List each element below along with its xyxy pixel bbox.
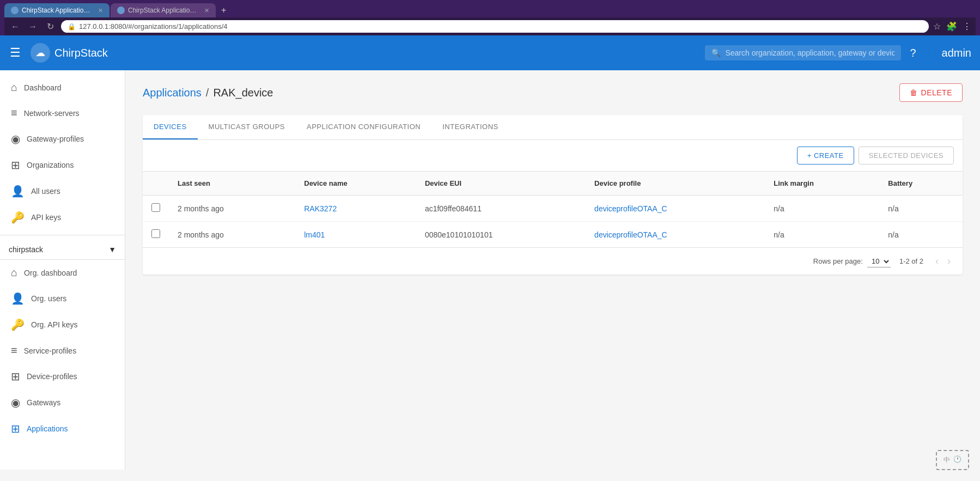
reload-button[interactable]: ↻ [44,21,57,32]
tab-devices[interactable]: DEVICES [143,115,198,139]
delete-button[interactable]: 🗑 DELETE [899,83,963,102]
forward-button[interactable]: → [26,22,39,32]
tab-favicon-1 [11,7,19,14]
row-checkbox-1[interactable] [143,222,169,248]
selected-devices-button[interactable]: SELECTED DEVICES [859,147,954,165]
app-logo: ☁ ChirpStack [31,43,108,63]
device-profiles-icon: ⊞ [11,370,20,383]
cell-last-seen-0: 2 months ago [169,196,295,222]
sidebar-label-gateways: Gateways [27,398,60,407]
sidebar-item-applications[interactable]: ⊞ Applications [0,416,125,442]
address-text[interactable]: 127.0.0.1:8080/#/organizations/1/applica… [79,22,227,31]
bookmark-icon[interactable]: ☆ [933,21,941,32]
lock-icon: 🔒 [68,23,76,31]
col-checkbox [143,172,169,196]
sidebar-item-org-dashboard[interactable]: ⌂ Org. dashboard [0,260,125,285]
main-layout: ⌂ Dashboard ≡ Network-servers ◉ Gateway-… [0,70,980,470]
tab-title-2: ChirpStack Application S... [128,7,199,14]
cell-battery-0: n/a [879,196,963,222]
sidebar-item-gateways[interactable]: ◉ Gateways [0,389,125,416]
hamburger-menu-icon[interactable]: ☰ [9,46,22,60]
account-icon: 👤 [925,46,939,59]
address-input[interactable]: 🔒 127.0.0.1:8080/#/organizations/1/appli… [61,20,929,33]
sidebar-item-service-profiles[interactable]: ≡ Service-profiles [0,338,125,363]
sidebar: ⌂ Dashboard ≡ Network-servers ◉ Gateway-… [0,70,125,470]
create-label: CREATE [814,151,844,160]
global-search[interactable]: 🔍 [705,45,901,60]
back-button[interactable]: ← [9,22,22,32]
tab-favicon-2 [117,7,125,14]
tabs-row: DEVICES MULTICAST GROUPS APPLICATION CON… [143,115,963,140]
sidebar-item-network-servers[interactable]: ≡ Network-servers [0,100,125,126]
dashed-box-icon1: 中 [944,455,950,465]
sidebar-label-gateway-profiles: Gateway-profiles [27,135,84,143]
row-checkbox-0[interactable] [143,196,169,222]
table-row: 2 months ago lm401 0080e10101010101 devi… [143,222,963,248]
breadcrumb: Applications / RAK_device [143,87,273,99]
next-page-button[interactable]: › [944,254,954,268]
browser-menu-icon[interactable]: ⋮ [963,21,971,32]
cell-link-margin-0: n/a [765,196,879,222]
tab-multicast-groups[interactable]: MULTICAST GROUPS [198,115,296,139]
new-tab-button[interactable]: + [217,3,230,17]
cell-device-name-0[interactable]: RAK3272 [295,196,416,222]
app-bar: ☰ ☁ ChirpStack 🔍 ? 👤 admin [0,35,980,70]
browser-right-icons: ☆ 🧩 ⋮ [933,21,971,32]
col-device-eui: Device EUI [416,172,586,196]
gateway-profiles-icon: ◉ [11,132,20,145]
org-selector[interactable]: chirpstack ▼ [0,240,125,260]
cell-device-profile-0[interactable]: deviceprofileOTAA_C [586,196,765,222]
search-input[interactable] [725,48,894,57]
logo-text: ChirpStack [54,47,108,59]
browser-tab-2[interactable]: ChirpStack Application S... ✕ [111,3,216,17]
sidebar-item-device-profiles[interactable]: ⊞ Device-profiles [0,363,125,389]
sidebar-item-dashboard[interactable]: ⌂ Dashboard [0,75,125,100]
table-toolbar: + CREATE SELECTED DEVICES [143,140,963,172]
sidebar-label-org-users: Org. users [31,294,66,303]
cell-device-profile-1[interactable]: deviceprofileOTAA_C [586,222,765,248]
rows-per-page-select[interactable]: 10 25 50 [867,255,891,267]
col-device-profile: Device profile [586,172,765,196]
create-button[interactable]: + CREATE [797,147,854,165]
sidebar-item-gateway-profiles[interactable]: ◉ Gateway-profiles [0,126,125,152]
tab-title-1: ChirpStack Application S... [22,7,93,14]
sidebar-item-api-keys[interactable]: 🔑 API keys [0,204,125,230]
sidebar-label-applications: Applications [27,424,68,433]
tab-close-2[interactable]: ✕ [204,7,209,14]
browser-tab-1[interactable]: ChirpStack Application S... ✕ [4,3,109,17]
help-icon[interactable]: ? [910,47,916,59]
sidebar-label-all-users: All users [31,187,60,196]
create-plus-icon: + [807,151,812,160]
tab-integrations[interactable]: INTEGRATIONS [431,115,509,139]
cell-last-seen-1: 2 months ago [169,222,295,248]
breadcrumb-current: RAK_device [213,87,273,99]
all-users-icon: 👤 [11,185,25,198]
browser-tabs-bar: ChirpStack Application S... ✕ ChirpStack… [4,3,976,17]
sidebar-label-service-profiles: Service-profiles [24,346,76,355]
sidebar-item-org-api-keys[interactable]: 🔑 Org. API keys [0,312,125,338]
org-api-keys-icon: 🔑 [11,318,25,331]
cell-device-eui-0: ac1f09ffe084611 [416,196,586,222]
user-menu[interactable]: 👤 admin [925,46,971,59]
extensions-icon[interactable]: 🧩 [946,21,957,32]
prev-page-button[interactable]: ‹ [932,254,942,268]
sidebar-label-network-servers: Network-servers [24,109,80,118]
sidebar-item-all-users[interactable]: 👤 All users [0,178,125,204]
app-bar-actions: ? 👤 admin [910,46,971,59]
table-header-row: Last seen Device name Device EUI Device … [143,172,963,196]
breadcrumb-link-applications[interactable]: Applications [143,87,202,99]
tab-application-configuration[interactable]: APPLICATION CONFIGURATION [296,115,431,139]
delete-label: DELETE [921,88,952,97]
logo-icon: ☁ [31,43,50,63]
cell-device-name-1[interactable]: lm401 [295,222,416,248]
api-keys-icon: 🔑 [11,211,25,224]
breadcrumb-row: Applications / RAK_device 🗑 DELETE [143,83,963,102]
cell-device-eui-1: 0080e10101010101 [416,222,586,248]
sidebar-item-org-users[interactable]: 👤 Org. users [0,285,125,312]
table-container: DEVICES MULTICAST GROUPS APPLICATION CON… [143,115,963,275]
applications-icon: ⊞ [11,422,20,435]
org-dashboard-icon: ⌂ [11,266,17,279]
sidebar-item-organizations[interactable]: ⊞ Organizations [0,152,125,178]
col-last-seen: Last seen [169,172,295,196]
tab-close-1[interactable]: ✕ [98,7,103,14]
